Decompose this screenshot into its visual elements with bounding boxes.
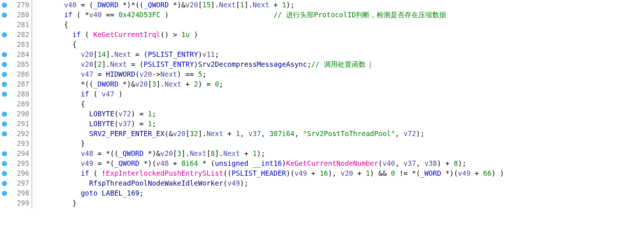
indent: [39, 40, 73, 48]
code-text[interactable]: v40 = (_DWORD *)*((_QWORD *)&v20[15].Nex…: [32, 0, 644, 10]
code-editor[interactable]: 279 v40 = (_DWORD *)*((_QWORD *)&v20[15]…: [0, 0, 644, 208]
code-line[interactable]: 292 SRV2_PERF_ENTER_EX(&v20[32].Next + 1…: [0, 129, 644, 139]
code-text[interactable]: if ( !ExpInterlockedPushEntrySList((PSLI…: [32, 168, 644, 178]
code-line[interactable]: 298 goto LABEL_169;: [0, 188, 644, 198]
plain-token: =: [93, 70, 106, 78]
code-line[interactable]: 289 {: [0, 99, 644, 109]
code-line[interactable]: 280 if ( *v40 == 0x424D53FC ) // 进行头部Pro…: [0, 10, 644, 20]
breakpoint-gutter[interactable]: [0, 0, 9, 10]
code-line[interactable]: 282 if ( KeGetCurrentIrql() > 1u ): [0, 30, 644, 40]
plain-token: ( *: [73, 11, 89, 19]
breakpoint-gutter[interactable]: [0, 149, 9, 158]
code-text[interactable]: {: [32, 40, 644, 50]
breakpoint-gutter[interactable]: [0, 40, 9, 50]
breakpoint-dot-icon[interactable]: [2, 181, 7, 186]
breakpoint-gutter[interactable]: [0, 129, 9, 139]
breakpoint-dot-icon[interactable]: [2, 92, 7, 97]
code-text[interactable]: v49 = *(_QWORD *)(v48 + 8i64 * (unsigned…: [32, 158, 644, 168]
indent: [39, 149, 81, 157]
breakpoint-gutter[interactable]: [0, 119, 9, 129]
breakpoint-gutter[interactable]: [0, 20, 9, 30]
breakpoint-gutter[interactable]: [0, 50, 9, 59]
breakpoint-dot-icon[interactable]: [2, 32, 7, 37]
code-text[interactable]: goto LABEL_169;: [32, 188, 644, 198]
breakpoint-gutter[interactable]: [0, 89, 9, 99]
type-token: _DWORD: [93, 80, 119, 88]
indent: [39, 179, 89, 187]
code-line[interactable]: 283 {: [0, 40, 644, 50]
code-line[interactable]: 293 }: [0, 139, 644, 149]
code-text[interactable]: v20[2].Next = (PSLIST_ENTRY)Srv2Decompre…: [32, 59, 644, 69]
plain-token: ;: [202, 70, 206, 78]
breakpoint-dot-icon[interactable]: [2, 112, 7, 117]
code-line[interactable]: 295 v49 = *(_QWORD *)(v48 + 8i64 * (unsi…: [0, 158, 644, 168]
code-text[interactable]: if ( v47 ): [32, 89, 644, 99]
plain-token: *)*((: [118, 1, 144, 9]
breakpoint-dot-icon[interactable]: [2, 171, 7, 176]
breakpoint-dot-icon[interactable]: [2, 62, 7, 67]
cursor-token: [370, 61, 370, 69]
plain-token: ) &&: [370, 169, 391, 177]
line-number: 279: [9, 0, 29, 10]
code-text[interactable]: SRV2_PERF_ENTER_EX(&v20[32].Next + 1, v3…: [32, 129, 644, 139]
line-number: 285: [9, 59, 29, 69]
code-line[interactable]: 287 *((_DWORD *)&v20[3].Next + 2) = 0;: [0, 79, 644, 89]
breakpoint-gutter[interactable]: [0, 168, 9, 178]
breakpoint-gutter[interactable]: [0, 109, 9, 119]
breakpoint-dot-icon[interactable]: [2, 12, 7, 18]
code-text[interactable]: if ( *v40 == 0x424D53FC ) // 进行头部Protoco…: [32, 10, 644, 20]
num-token: 0x424D53FC: [118, 11, 160, 19]
code-text[interactable]: {: [32, 99, 644, 109]
code-text[interactable]: if ( KeGetCurrentIrql() > 1u ): [32, 30, 644, 40]
code-text[interactable]: *((_DWORD *)&v20[3].Next + 2) = 0;: [32, 79, 644, 89]
code-line[interactable]: 297 RfspThreadPoolNodeWakeIdleWorker(v49…: [0, 178, 644, 188]
breakpoint-dot-icon[interactable]: [2, 131, 7, 136]
breakpoint-gutter[interactable]: [0, 188, 9, 198]
code-line[interactable]: 285 v20[2].Next = (PSLIST_ENTRY)Srv2Deco…: [0, 59, 644, 69]
breakpoint-gutter[interactable]: [0, 10, 9, 20]
var-token: v47: [81, 70, 93, 78]
breakpoint-dot-icon[interactable]: [2, 82, 7, 87]
breakpoint-gutter[interactable]: [0, 178, 9, 188]
breakpoint-dot-icon[interactable]: [2, 72, 7, 77]
code-text[interactable]: v20[14].Next = (PSLIST_ENTRY)v11;: [32, 50, 644, 59]
breakpoint-gutter[interactable]: [0, 99, 9, 109]
breakpoint-dot-icon[interactable]: [2, 52, 7, 57]
code-text[interactable]: v48 = *((_QWORD *)&v20[3].Next[8].Next +…: [32, 149, 644, 158]
breakpoint-gutter[interactable]: [0, 198, 9, 208]
code-line[interactable]: 294 v48 = *((_QWORD *)&v20[3].Next[8].Ne…: [0, 149, 644, 158]
code-line[interactable]: 288 if ( v47 ): [0, 89, 644, 99]
code-line[interactable]: 296 if ( !ExpInterlockedPushEntrySList((…: [0, 168, 644, 178]
code-line[interactable]: 290 LOBYTE(v72) = 1;: [0, 109, 644, 119]
plain-token: ( !: [89, 169, 106, 177]
code-line[interactable]: 281 {: [0, 20, 644, 30]
breakpoint-dot-icon[interactable]: [2, 161, 7, 166]
breakpoint-dot-icon[interactable]: [2, 191, 7, 196]
breakpoint-gutter[interactable]: [0, 139, 9, 149]
plain-token: {: [64, 21, 68, 29]
code-text[interactable]: }: [32, 198, 644, 208]
code-text[interactable]: }: [32, 139, 644, 149]
code-text[interactable]: LOBYTE(v72) = 1;: [32, 109, 644, 119]
code-line[interactable]: 286 v47 = HIDWORD(v20->Next) == 5;: [0, 69, 644, 79]
code-text[interactable]: LOBYTE(v37) = 1;: [32, 119, 644, 129]
code-text[interactable]: RfspThreadPoolNodeWakeIdleWorker(v49);: [32, 178, 644, 188]
breakpoint-gutter[interactable]: [0, 158, 9, 168]
breakpoint-dot-icon[interactable]: [2, 151, 7, 156]
breakpoint-gutter[interactable]: [0, 79, 9, 89]
breakpoint-gutter[interactable]: [0, 69, 9, 79]
line-number: 288: [9, 89, 29, 99]
plain-token: [: [207, 149, 211, 157]
breakpoint-dot-icon[interactable]: [2, 3, 7, 8]
breakpoint-gutter[interactable]: [0, 30, 9, 40]
code-line[interactable]: 284 v20[14].Next = (PSLIST_ENTRY)v11;: [0, 50, 644, 59]
code-line[interactable]: 279 v40 = (_DWORD *)*((_QWORD *)&v20[15]…: [0, 0, 644, 10]
code-text[interactable]: v47 = HIDWORD(v20->Next) == 5;: [32, 69, 644, 79]
code-text[interactable]: {: [32, 20, 644, 30]
breakpoint-dot-icon[interactable]: [2, 121, 7, 127]
lib-token: KeGetCurrentIrql: [93, 30, 160, 39]
code-line[interactable]: 299 }: [0, 198, 644, 208]
breakpoint-gutter[interactable]: [0, 59, 9, 69]
code-line[interactable]: 291 LOBYTE(v37) = 1;: [0, 119, 644, 129]
plain-token: +: [307, 169, 319, 177]
